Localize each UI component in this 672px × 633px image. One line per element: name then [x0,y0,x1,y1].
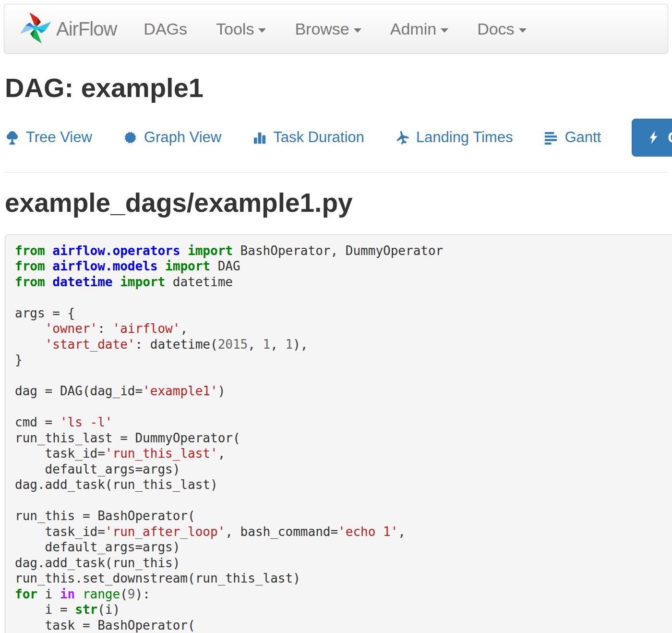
bar-chart-icon [252,130,267,145]
nav-item-browse[interactable]: Browse [295,20,361,38]
code-line: from airflow.operators import BashOperat… [15,243,664,259]
code-block: from airflow.operators import BashOperat… [15,243,664,633]
tab-label: Gantt [564,129,601,146]
nav-item-label: Docs [477,20,514,38]
file-path-title: example_dags/example1.py [5,189,667,217]
view-tabs: Tree ViewGraph ViewTask DurationLanding … [5,119,667,157]
code-line [15,493,664,509]
tab-graph-view[interactable]: Graph View [123,129,221,146]
code-line: task_id='run_after_loop', bash_command='… [15,524,664,540]
code-line: from datetime import datetime [15,274,664,290]
tab-label: Graph View [144,129,221,146]
brand-text: AirFlow [56,18,117,40]
nav-item-tools[interactable]: Tools [216,20,266,38]
nav-item-docs[interactable]: Docs [477,20,526,38]
code-line: i = str(i) [15,602,664,618]
tab-landing-times[interactable]: Landing Times [395,129,513,146]
chevron-down-icon [441,28,448,33]
code-line: dag.add_task(run_this) [15,555,664,571]
sunburst-icon [123,130,138,145]
brand-link[interactable]: AirFlow [19,9,117,49]
nav-item-label: DAGs [144,20,187,38]
nav-item-label: Browse [295,20,349,38]
tab-tree-view[interactable]: Tree View [5,129,92,146]
tab-label: Tree View [26,129,92,146]
gantt-bars-icon [543,130,558,145]
code-line: args = { [15,305,664,321]
tab-label: Task Duration [273,129,364,146]
tree-icon [5,130,20,145]
navbar-menu: DAGsToolsBrowseAdminDocs [144,20,526,38]
page-title: DAG: example1 [5,74,667,102]
plane-icon [395,130,410,145]
code-line: default_args=args) [15,462,664,477]
code-line [15,290,664,305]
nav-item-admin[interactable]: Admin [390,20,448,38]
code-line: 'start_date': datetime(2015, 1, 1), [15,337,664,353]
chevron-down-icon [258,28,266,33]
code-line [15,368,664,384]
chevron-down-icon [354,28,361,33]
nav-item-dags[interactable]: DAGs [144,20,187,38]
tab-code[interactable]: Code [632,119,672,157]
tab-task-duration[interactable]: Task Duration [252,129,364,146]
code-line: default_args=args) [15,539,664,555]
nav-item-label: Tools [216,20,254,38]
code-line: dag = DAG(dag_id='example1') [15,383,664,399]
chevron-down-icon [519,28,527,33]
code-line: cmd = 'ls -l' [15,414,664,430]
tab-label: Landing Times [416,129,513,146]
divider [5,172,667,173]
code-line: run_this = BashOperator( [15,508,664,524]
code-line: task_id='run_this_last', [15,446,664,462]
code-line: } [15,352,664,368]
tab-gantt[interactable]: Gantt [543,129,601,146]
airflow-pinwheel-icon [19,9,52,49]
code-line: for i in range(9): [15,586,664,602]
lightning-icon [647,130,661,145]
tab-code-label: Code [668,129,672,146]
code-line: from airflow.models import DAG [15,258,664,274]
navbar: AirFlow DAGsToolsBrowseAdminDocs [4,4,668,54]
code-line: dag.add_task(run_this_last) [15,477,664,493]
code-line [15,399,664,415]
code-line: task = BashOperator( [15,618,664,633]
code-line: run_this_last = DummyOperator( [15,430,664,446]
code-panel: from airflow.operators import BashOperat… [5,234,672,633]
code-line: 'owner': 'airflow', [15,321,664,337]
nav-item-label: Admin [390,20,436,38]
code-line: run_this.set_downstream(run_this_last) [15,571,664,586]
